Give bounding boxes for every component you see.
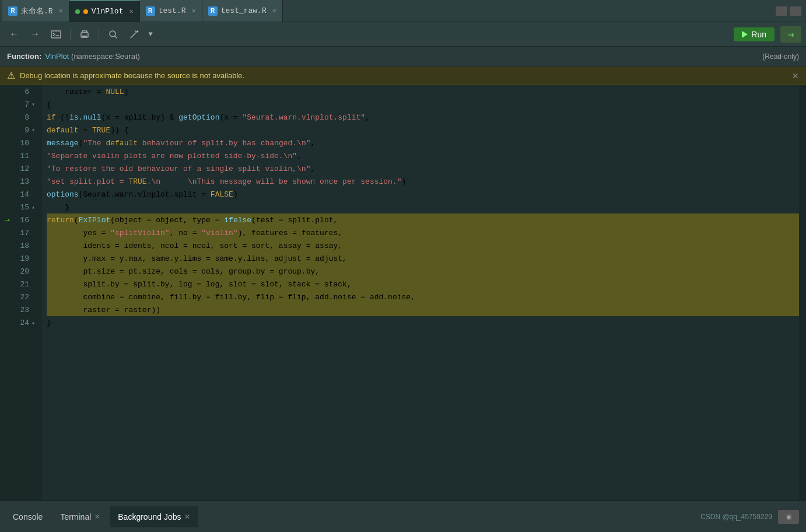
code-line: "Separate violin plots are now plotted s… xyxy=(47,149,799,162)
code-line: "set split.plot = TRUE.\n \nThis message… xyxy=(47,175,799,188)
search-button[interactable] xyxy=(104,26,122,43)
fold-indicator[interactable]: ▴ xyxy=(31,319,37,326)
tab-background-jobs[interactable]: Background Jobs ✕ xyxy=(110,506,198,527)
line-number-row: 11 xyxy=(5,149,37,162)
magic-button[interactable] xyxy=(125,26,143,43)
toolbar: ← → ▼ Run ⇒ xyxy=(0,22,806,47)
background-jobs-tab-label: Background Jobs xyxy=(118,512,181,522)
code-line: } xyxy=(47,201,799,214)
dot-icon-orange xyxy=(83,9,88,14)
line-number-row: 21 xyxy=(5,278,37,290)
tab-close-unnamed[interactable]: ✕ xyxy=(59,6,63,15)
code-line: yes = "splitViolin", no = "violin"), fea… xyxy=(47,226,799,239)
line-number-row: 15▴ xyxy=(5,201,37,214)
dropdown-button[interactable]: ▼ xyxy=(146,26,155,43)
tab-label: 未命名.R xyxy=(21,6,53,16)
back-button[interactable]: ← xyxy=(5,26,23,43)
svg-rect-2 xyxy=(82,36,87,37)
fold-indicator[interactable]: ▾ xyxy=(31,127,37,134)
r-file-icon: R xyxy=(208,6,218,16)
line-number: 6 xyxy=(15,88,29,96)
tab-close-test[interactable]: ✕ xyxy=(192,6,196,15)
tab-close-vlnplot[interactable]: ✕ xyxy=(129,7,133,16)
code-line: raster = NULL) xyxy=(47,85,799,98)
line-number-row: 13 xyxy=(5,175,37,188)
line-number-row: 22 xyxy=(5,290,37,303)
tab-test-raw[interactable]: R test_raw.R ✕ xyxy=(202,0,283,22)
r-file-icon: R xyxy=(146,6,155,16)
warning-message: Debug location is approximate because th… xyxy=(20,71,244,80)
function-bar: Function: VlnPlot (namespace:Seurat) (Re… xyxy=(0,47,806,66)
tab-label: VlnPlot xyxy=(92,7,124,16)
source-button[interactable] xyxy=(47,26,65,43)
line-numbers: 67▾89▾101112131415▴→161718192021222324▴ xyxy=(0,85,42,500)
print-button[interactable] xyxy=(75,26,94,43)
line-number: 19 xyxy=(15,254,29,263)
function-name: VlnPlot xyxy=(45,52,69,61)
tab-test[interactable]: R test.R ✕ xyxy=(140,0,202,22)
brand-icon: ▣ xyxy=(778,510,799,524)
tab-unnamed[interactable]: R 未命名.R ✕ xyxy=(2,0,69,22)
minimize-icon[interactable] xyxy=(776,6,787,16)
warning-icon: ⚠ xyxy=(7,70,15,81)
line-number: 22 xyxy=(15,293,29,302)
code-line: idents = idents, ncol = ncol, sort = sor… xyxy=(47,239,799,252)
tab-console[interactable]: Console xyxy=(5,506,51,527)
fold-indicator[interactable]: ▴ xyxy=(31,204,37,211)
warning-bar: ⚠ Debug location is approximate because … xyxy=(0,66,806,85)
line-number-row: 18 xyxy=(5,239,37,252)
scrollbar-track[interactable] xyxy=(799,85,806,500)
bottom-tabs: Console Terminal ✕ Background Jobs ✕ CSD… xyxy=(0,501,806,532)
line-number-row: 10 xyxy=(5,136,37,149)
background-jobs-tab-close[interactable]: ✕ xyxy=(184,513,190,521)
bottom-panel: Console Terminal ✕ Background Jobs ✕ CSD… xyxy=(0,500,806,532)
line-number: 9 xyxy=(15,126,29,135)
line-number: 7 xyxy=(15,100,29,109)
tab-bar: R 未命名.R ✕ VlnPlot ✕ R test.R ✕ R test_ra… xyxy=(0,0,806,22)
brand-label: CSDN @qq_45759229 xyxy=(700,513,777,521)
tab-controls xyxy=(776,6,806,16)
line-number: 13 xyxy=(15,177,29,186)
code-area[interactable]: raster = NULL){ if (!is.null(x = split.b… xyxy=(42,85,799,500)
tab-terminal[interactable]: Terminal ✕ xyxy=(52,506,108,527)
code-line: split.by = split.by, log = log, slot = s… xyxy=(47,278,799,290)
line-number: 20 xyxy=(15,267,29,276)
console-tab-label: Console xyxy=(13,512,43,522)
code-line: default = TRUE)) { xyxy=(47,124,799,136)
tab-label: test.R xyxy=(159,6,186,15)
terminal-tab-close[interactable]: ✕ xyxy=(94,513,100,521)
tab-vlnplot[interactable]: VlnPlot ✕ xyxy=(69,0,140,22)
line-number-row: 14 xyxy=(5,188,37,201)
code-line: options(Seurat.warn.vlnplot.split = FALS… xyxy=(47,188,799,201)
line-number: 10 xyxy=(15,139,29,148)
forward-button[interactable]: → xyxy=(26,26,44,43)
code-line: pt.size = pt.size, cols = cols, group.by… xyxy=(47,265,799,278)
line-number: 18 xyxy=(15,242,29,250)
run-button[interactable]: Run xyxy=(734,27,775,41)
line-number-row: 7▾ xyxy=(5,98,37,111)
r-file-icon: R xyxy=(8,6,17,16)
code-line: { xyxy=(47,98,799,111)
fold-indicator[interactable]: ▾ xyxy=(31,101,37,108)
line-number-row: 8 xyxy=(5,111,37,124)
warning-close-button[interactable]: ✕ xyxy=(792,71,799,80)
tab-label: test_raw.R xyxy=(221,6,267,15)
line-number-row: 23 xyxy=(5,303,37,316)
code-line: "To restore the old behaviour of a singl… xyxy=(47,162,799,175)
line-number-row: 9▾ xyxy=(5,124,37,136)
source-with-echo-button[interactable]: ⇒ xyxy=(780,26,801,43)
line-number: 14 xyxy=(15,190,29,199)
code-line: return(ExIPlot(object = object, type = i… xyxy=(47,214,799,226)
line-number-row: 12 xyxy=(5,162,37,175)
tab-close-test-raw[interactable]: ✕ xyxy=(272,6,276,15)
line-number: 12 xyxy=(15,164,29,173)
line-number: 16 xyxy=(15,216,29,225)
line-number: 15 xyxy=(15,203,29,212)
line-number-row: 17 xyxy=(5,226,37,239)
maximize-icon[interactable] xyxy=(790,6,801,16)
line-number: 11 xyxy=(15,152,29,160)
line-number-row: 6 xyxy=(5,85,37,98)
svg-rect-0 xyxy=(51,31,61,38)
terminal-tab-label: Terminal xyxy=(60,512,91,522)
code-line: message("The default behaviour of split.… xyxy=(47,136,799,149)
